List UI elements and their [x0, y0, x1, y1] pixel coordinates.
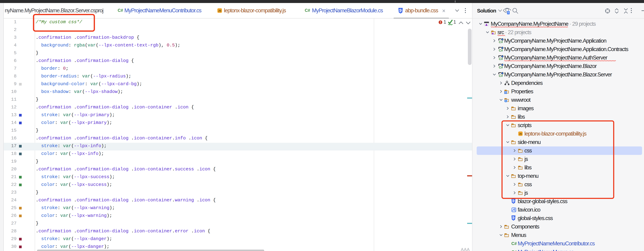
- svg-text:C#: C#: [499, 40, 503, 44]
- svg-text:C#: C#: [499, 66, 503, 69]
- svg-text:C#: C#: [499, 49, 503, 52]
- svg-text:C#: C#: [499, 57, 503, 60]
- svg-text:C#: C#: [499, 74, 503, 77]
